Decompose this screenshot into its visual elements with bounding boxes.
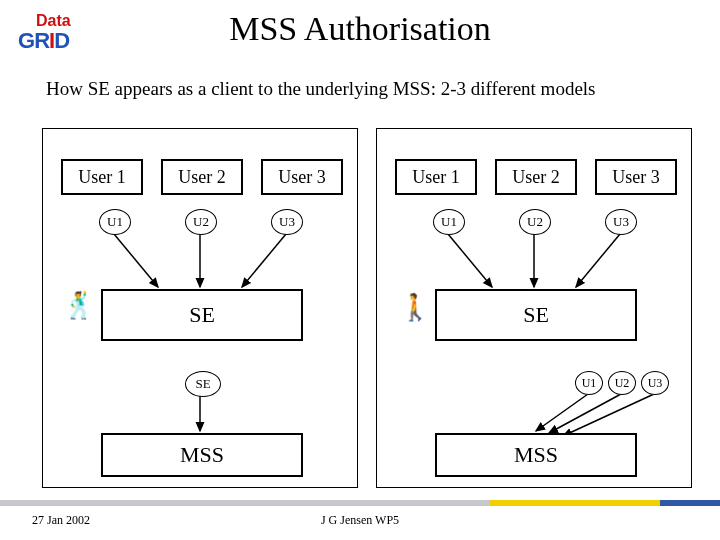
model-panel-left: User 1 User 2 User 3 U1 U2 U3 🕺💃 SE SE M… <box>42 128 358 488</box>
user-id-2b: U2 <box>519 209 551 235</box>
svg-line-8 <box>549 394 621 433</box>
footer-rule-blue <box>660 500 720 506</box>
mss-box-right: MSS <box>435 433 637 477</box>
se-out-u2: U2 <box>608 371 636 395</box>
svg-line-7 <box>536 394 588 431</box>
user-box-1: User 1 <box>61 159 143 195</box>
user-id-1: U1 <box>99 209 131 235</box>
user-id-1b: U1 <box>433 209 465 235</box>
svg-line-0 <box>114 234 158 287</box>
se-box-right: SE <box>435 289 637 341</box>
user-box-1b: User 1 <box>395 159 477 195</box>
slide-subtitle: How SE appears as a client to the underl… <box>46 78 596 100</box>
user-box-2: User 2 <box>161 159 243 195</box>
user-box-3b: User 3 <box>595 159 677 195</box>
slide: Data GRID MSS Authorisation How SE appea… <box>0 0 720 540</box>
se-out-u1: U1 <box>575 371 603 395</box>
user-id-2: U2 <box>185 209 217 235</box>
user-id-3b: U3 <box>605 209 637 235</box>
se-box-left: SE <box>101 289 303 341</box>
user-box-2b: User 2 <box>495 159 577 195</box>
se-id-left: SE <box>185 371 221 397</box>
svg-line-2 <box>242 234 286 287</box>
svg-line-9 <box>563 394 654 436</box>
se-out-u3: U3 <box>641 371 669 395</box>
footer-author: J G Jensen WP5 <box>0 513 720 528</box>
model-panel-right: User 1 User 2 User 3 U1 U2 U3 🚶 SE U1 U2… <box>376 128 692 488</box>
svg-line-4 <box>448 234 492 287</box>
mss-box-left: MSS <box>101 433 303 477</box>
user-id-3: U3 <box>271 209 303 235</box>
user-box-3: User 3 <box>261 159 343 195</box>
svg-line-6 <box>576 234 620 287</box>
burdened-person-icon: 🚶 <box>399 295 431 321</box>
slide-title: MSS Authorisation <box>0 10 720 48</box>
